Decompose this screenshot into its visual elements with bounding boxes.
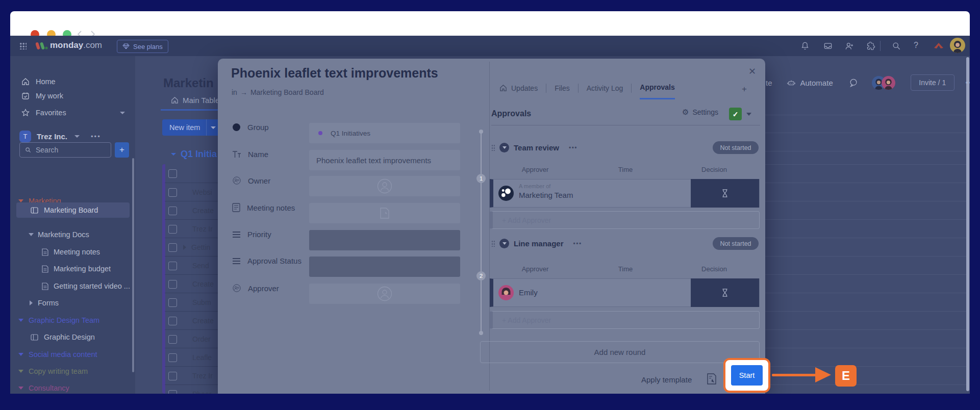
owner-value-empty[interactable] xyxy=(309,176,460,196)
round-2-decision-cell[interactable] xyxy=(691,278,759,307)
round-1-add-approver[interactable]: + Add Approver xyxy=(490,211,760,229)
round-1-approver-row[interactable]: A member of Marketing Team xyxy=(490,179,760,208)
workspace-switcher[interactable]: T Trez Inc. ••• xyxy=(10,129,135,144)
drag-handle-icon[interactable] xyxy=(491,144,495,151)
group-icon xyxy=(232,123,241,132)
round-2-number: 2 xyxy=(476,271,486,280)
sidebar-folder-forms[interactable]: Forms xyxy=(10,295,135,311)
tab-approvals[interactable]: Approvals xyxy=(640,83,674,99)
start-button-highlight-ring: Start xyxy=(723,358,770,393)
sidebar-item-favorites[interactable]: Favorites xyxy=(10,105,135,120)
round-2-more-icon[interactable]: ••• xyxy=(573,240,582,247)
sidebar-group-consultancy[interactable]: Consultancy xyxy=(10,380,135,394)
search-icon[interactable] xyxy=(891,41,901,51)
row-checkbox[interactable] xyxy=(168,280,177,289)
invite-button[interactable]: Invite / 1 xyxy=(911,74,954,91)
close-icon[interactable]: ✕ xyxy=(748,66,756,77)
integrate-label-fragment[interactable]: te xyxy=(766,79,772,87)
sidebar-item-my-work[interactable]: My work xyxy=(10,88,135,104)
sidebar-item-home[interactable]: Home xyxy=(10,74,135,89)
user-avatar[interactable] xyxy=(950,38,965,53)
sidebar-item-graphic-design[interactable]: Graphic Design xyxy=(10,329,135,345)
round-2-approver-row[interactable]: Emily xyxy=(490,278,760,307)
row-checkbox[interactable] xyxy=(168,225,177,234)
round-2-add-approver[interactable]: + Add Approver xyxy=(490,311,760,329)
round-2-name[interactable]: Line manager xyxy=(514,239,564,248)
field-priority: Priority xyxy=(232,230,271,239)
sidebar-doc-meeting-notes[interactable]: Meeting notes xyxy=(10,244,135,260)
sidebar-search-input[interactable]: Search xyxy=(19,142,111,158)
apply-template-button[interactable]: Apply template xyxy=(641,375,692,384)
doc-placeholder-icon xyxy=(380,208,389,219)
round-1-name[interactable]: Team review xyxy=(514,143,559,152)
priority-value-empty[interactable] xyxy=(309,230,460,250)
monday-mark-small xyxy=(933,41,945,51)
drag-handle-icon[interactable] xyxy=(491,240,495,247)
approval-status-select[interactable]: ✓ xyxy=(729,108,742,120)
see-plans-button[interactable]: See plans xyxy=(117,40,168,53)
invite-members-icon[interactable] xyxy=(844,41,855,51)
collapse-round-icon[interactable] xyxy=(499,239,509,248)
annotation-arrow-line xyxy=(772,374,817,376)
sidebar-doc-marketing-budget[interactable]: Marketing budget xyxy=(10,261,135,276)
row-checkbox[interactable] xyxy=(168,335,177,344)
approvals-settings-button[interactable]: ⚙ Settings xyxy=(682,108,718,117)
tab-main-table[interactable]: Main Table xyxy=(171,96,219,105)
name-value[interactable]: Phoenix leaflet text improvements xyxy=(309,150,460,170)
add-new-round-button[interactable]: Add new round xyxy=(480,341,760,363)
inbox-icon[interactable] xyxy=(823,41,833,51)
row-checkbox[interactable] xyxy=(168,188,177,197)
monday-logo-text[interactable]: monday .com xyxy=(50,40,102,50)
help-icon[interactable]: ? xyxy=(914,41,918,50)
breadcrumb[interactable]: in → Marketing Board Board xyxy=(232,88,324,96)
apps-grid-icon[interactable] xyxy=(19,42,27,49)
item-title[interactable]: Phoenix leaflet text improvements xyxy=(231,66,438,81)
tab-activity-log[interactable]: Activity Log xyxy=(587,84,623,99)
add-board-button[interactable]: + xyxy=(115,142,129,158)
round-1-decision-cell[interactable] xyxy=(691,179,759,208)
tab-updates[interactable]: Updates xyxy=(499,84,538,99)
doc-icon xyxy=(42,265,48,273)
sidebar-scrollbar[interactable] xyxy=(132,158,134,372)
field-approver: Approver xyxy=(232,284,279,293)
sidebar-item-marketing-board[interactable]: Marketing Board xyxy=(16,202,130,218)
row-checkbox[interactable] xyxy=(168,207,177,215)
sidebar-group-copy-writing-team[interactable]: Copy writing team xyxy=(10,364,135,379)
chevron-down-icon[interactable] xyxy=(746,113,751,116)
notifications-bell-icon[interactable] xyxy=(800,41,810,51)
round-1-more-icon[interactable]: ••• xyxy=(569,144,577,151)
start-button[interactable]: Start xyxy=(731,365,763,386)
meeting-notes-value-empty[interactable] xyxy=(309,203,460,223)
board-scrollbar[interactable] xyxy=(966,57,969,391)
row-checkbox[interactable] xyxy=(168,262,177,270)
group-header[interactable]: Q1 Initia xyxy=(171,149,217,160)
workspace-more-icon[interactable]: ••• xyxy=(91,133,101,140)
monday-logo-mark xyxy=(36,41,48,51)
board-title[interactable]: Marketin xyxy=(163,76,214,90)
apps-marketplace-icon[interactable] xyxy=(866,41,876,51)
template-doc-icon[interactable] xyxy=(707,373,717,385)
member-avatar[interactable] xyxy=(882,76,895,90)
automate-button[interactable]: Automate xyxy=(800,79,833,87)
discussion-bubble-icon[interactable] xyxy=(848,78,859,88)
approver-value-empty[interactable] xyxy=(309,284,460,304)
group-value[interactable]: Q1 Initiatives xyxy=(309,123,460,143)
sidebar-group-social-media-content[interactable]: Social media content xyxy=(10,347,135,362)
row-checkbox[interactable] xyxy=(168,372,177,380)
approval-status-value-empty[interactable] xyxy=(309,257,460,277)
sidebar-folder-marketing-docs[interactable]: Marketing Docs xyxy=(10,227,135,242)
row-checkbox[interactable] xyxy=(168,169,177,178)
sidebar-group-graphic-design-team[interactable]: Graphic Design Team xyxy=(10,313,135,328)
add-tab-icon[interactable]: + xyxy=(742,84,747,94)
person-placeholder-icon xyxy=(377,178,392,194)
row-checkbox[interactable] xyxy=(168,353,177,362)
row-checkbox[interactable] xyxy=(168,390,177,394)
expand-row-icon[interactable] xyxy=(183,245,186,250)
row-checkbox[interactable] xyxy=(168,243,177,252)
tab-files[interactable]: Files xyxy=(555,84,570,99)
row-checkbox[interactable] xyxy=(168,298,177,307)
row-checkbox[interactable] xyxy=(168,317,177,325)
col-decision: Decision xyxy=(701,265,727,273)
sidebar-doc-getting-started[interactable]: Getting started video ... xyxy=(10,278,135,294)
collapse-round-icon[interactable] xyxy=(499,143,509,152)
